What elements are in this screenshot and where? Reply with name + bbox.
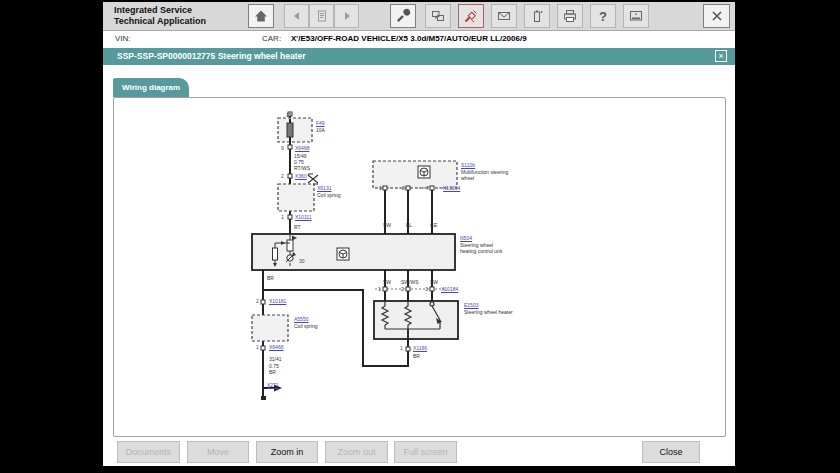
break-connector-link[interactable]: X6131 (317, 185, 331, 191)
printer-icon (562, 8, 578, 24)
connection-error-icon (463, 8, 479, 24)
connector-link[interactable]: X10111 (295, 214, 312, 220)
vehicle-info-row: VIN: CAR: X'/E53/OFF-ROAD VEHICLE/X5 3.0… (103, 31, 735, 47)
wire-label: SW (383, 222, 391, 228)
header-bar: Integrated Service Technical Application (103, 2, 735, 31)
home-icon (253, 8, 269, 24)
workshop-button[interactable] (390, 4, 416, 28)
pin-number: 3 (425, 286, 428, 292)
ground-link[interactable]: X271 (267, 382, 279, 388)
wire-label: RT/WS (294, 165, 310, 171)
pin-number: 9 (281, 145, 284, 151)
battery-button[interactable] (524, 4, 550, 28)
zoom-in-button[interactable]: Zoom in (256, 441, 318, 463)
print-button[interactable] (557, 4, 583, 28)
control-unit-desc: heating control unit (460, 248, 502, 254)
pin-number: 1 (281, 214, 284, 220)
move-button: Move (187, 441, 249, 463)
forward-icon (339, 8, 355, 24)
break-label: Coil spring (317, 192, 341, 198)
connector-link[interactable]: X13264 (443, 185, 460, 191)
coil-spring-label: Coil spring (294, 323, 318, 329)
pin-number: 1 (379, 185, 382, 191)
connector-link[interactable]: X10181 (269, 298, 286, 304)
car-value: X'/E53/OFF-ROAD VEHICLE/X5 3.0d/M57/AUTO… (291, 34, 527, 43)
connector-link[interactable]: X6468 (295, 145, 309, 151)
wire-label: 31/41 (269, 356, 282, 362)
pin-number: 1 (378, 286, 381, 292)
documents-button: Documents (117, 441, 180, 463)
ista-window: Integrated Service Technical Application (103, 2, 735, 466)
full-screen-button: Full screen (394, 441, 457, 463)
pin-number: 2 (281, 173, 284, 179)
battery-icon (529, 8, 545, 24)
pin-number: 7 (426, 185, 429, 191)
control-unit-code-link[interactable]: N504 (460, 235, 472, 241)
tab-wiring-diagram[interactable]: Wiring diagram (113, 78, 189, 97)
document-title-bar: SSP-SSP-SP0000012775 Steering wheel heat… (103, 48, 735, 65)
document-close-button[interactable]: × (715, 50, 727, 62)
pin-number: 1 (256, 344, 259, 350)
fuse-top-pin: 15 (286, 112, 292, 118)
fuse-rating: 10A (316, 127, 325, 133)
home-button[interactable] (248, 4, 274, 28)
connector-link[interactable]: X1166 (413, 345, 427, 351)
pin-number: 2 (402, 185, 405, 191)
wire-label: SW/WS (401, 279, 419, 285)
connection-icon (430, 8, 446, 24)
heater-desc: Steering wheel heater (464, 309, 513, 315)
display-icon (628, 8, 644, 24)
coil-spring-code-link[interactable]: A5550 (294, 316, 308, 322)
close-app-button[interactable] (703, 4, 730, 28)
pin-number: 1 (400, 345, 403, 351)
wire-label: SW (383, 279, 391, 285)
wire-label: BL (406, 222, 412, 228)
connector-link[interactable]: X10184 (441, 286, 458, 292)
document-icon (314, 8, 330, 24)
mail-icon (496, 8, 512, 24)
wiring-diagram-svg (113, 97, 726, 437)
connector-link[interactable]: X360 (295, 173, 307, 179)
heater-code-link[interactable]: E1503 (464, 302, 478, 308)
wire-label: BR (413, 353, 420, 359)
connection-button[interactable] (425, 4, 451, 28)
document-button[interactable] (309, 4, 334, 28)
connection-error-button[interactable] (458, 4, 484, 28)
app-title-line1: Integrated Service (114, 5, 192, 16)
wrench-icon (395, 8, 411, 24)
relay-pin-number: 30 (299, 258, 305, 264)
fuse-code-link[interactable]: F49 (316, 120, 325, 126)
car-label: CAR: (262, 34, 281, 43)
message-button[interactable] (491, 4, 517, 28)
wire-label: SW (430, 279, 438, 285)
wire-label: GE (430, 222, 437, 228)
document-title: SSP-SSP-SP0000012775 Steering wheel heat… (117, 48, 306, 65)
wire-label: BR (267, 275, 274, 281)
zoom-out-button: Zoom out (325, 441, 388, 463)
forward-button[interactable] (334, 4, 359, 28)
close-icon (709, 8, 725, 24)
display-button[interactable] (623, 4, 649, 28)
help-button[interactable]: ? (590, 4, 616, 28)
screen: Integrated Service Technical Application (0, 0, 840, 473)
wire-label: RT (294, 224, 301, 230)
mfl-code-link[interactable]: S110b (461, 162, 475, 168)
back-icon (289, 8, 305, 24)
app-title-line2: Technical Application (114, 16, 206, 27)
mfl-desc: wheel (461, 175, 474, 181)
close-button[interactable]: Close (642, 441, 700, 463)
connector-link[interactable]: X6466 (269, 344, 283, 350)
back-button[interactable] (284, 4, 309, 28)
help-icon: ? (599, 9, 607, 24)
pin-number: 2 (401, 286, 404, 292)
wire-label: BR (269, 369, 276, 375)
pin-number: 2 (256, 298, 259, 304)
vin-label: VIN: (115, 34, 131, 43)
